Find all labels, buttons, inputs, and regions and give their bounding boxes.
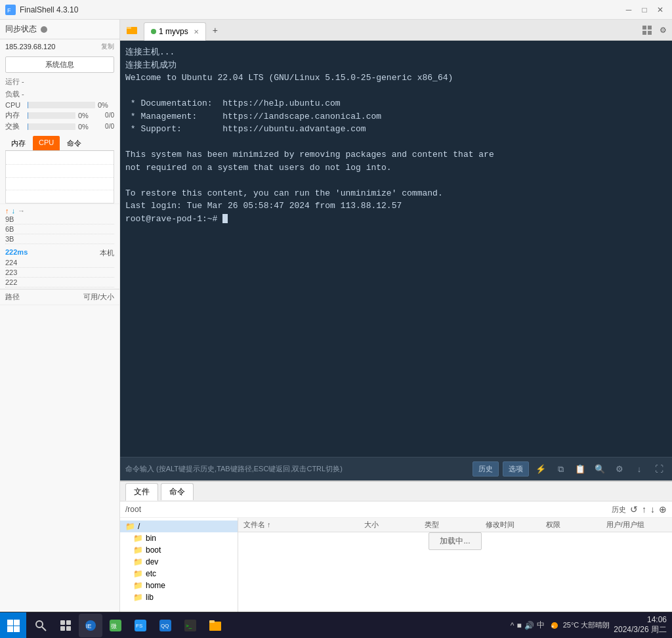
term-line-13: Last login: Tue Mar 26 05:58:47 2024 fro… [125,200,667,213]
folder-etc-icon: 📁 [133,569,143,578]
tree-item-etc[interactable]: 📁 etc [120,568,238,580]
tray-network-icon[interactable]: ■ [516,621,521,630]
taskbar-files-icon[interactable] [203,614,227,637]
date-display: 2024/3/26 周二 [614,624,667,635]
tree-item-dev-label: dev [146,557,158,566]
taskbar-wechat-icon[interactable]: 微 [104,614,127,637]
add-tab-button[interactable]: + [207,22,223,38]
command-hint[interactable]: 命令输入 (按ALT键提示历史,TAB键路径,ESC键返回,双击CTRL切换) [125,464,469,474]
taskbar: IE 微 FS QQ >_ ^ ■ 🔊 中 ☀ 25°C 大部晴朗 14:06 [0,612,672,638]
ip-address: 185.239.68.120 [5,43,55,51]
settings-tab-icon[interactable]: ⚙ [656,24,669,37]
svg-rect-9 [14,620,20,626]
tree-item-home[interactable]: 📁 home [120,580,238,591]
ip-row: 185.239.68.120 复制 [0,39,119,54]
paste-icon[interactable]: 📋 [572,461,588,477]
col-user: 用户/用户组 [606,520,667,530]
svg-rect-8 [7,620,13,626]
file-tab-command[interactable]: 命令 [161,483,194,500]
taskbar-taskview-icon[interactable] [54,614,77,637]
grid-view-icon[interactable] [640,24,654,37]
file-tree: 📁 / 📁 bin 📁 boot 📁 dev [120,518,238,612]
term-line-7: * Support: https://ubuntu.advantage.com [125,123,667,136]
time-info[interactable]: 14:06 2024/3/26 周二 [614,615,667,635]
net-line-3b: 3B [5,234,114,244]
tab-memory[interactable]: 内存 [5,136,32,150]
upload-file-icon[interactable]: ↑ [642,504,646,515]
sync-status: 同步状态 [5,24,114,35]
tab-cpu[interactable]: CPU [33,136,60,150]
close-button[interactable]: ✕ [654,3,667,16]
tree-item-lib[interactable]: 📁 lib [120,591,238,603]
tab-command[interactable]: 命令 [61,136,87,150]
tree-item-bin[interactable]: 📁 bin [120,532,238,544]
tray-icons: ^ ■ 🔊 中 [511,620,545,631]
sidebar: 同步状态 185.239.68.120 复制 系统信息 运行 - 负载 - CP… [0,20,120,612]
tree-item-root-label: / [138,522,140,531]
loading-button[interactable]: 加载中... [429,532,481,550]
folder-icon[interactable] [123,21,141,39]
copy-ip-button[interactable]: 复制 [101,42,114,51]
tree-item-root[interactable]: 📁 / [120,521,238,532]
file-table-header: 文件名 ↑ 大小 类型 修改时间 权限 用户/用户组 [238,518,672,532]
terminal-output[interactable]: 连接主机... 连接主机成功 Welcome to Ubuntu 22.04 L… [120,41,672,457]
disk-path-label: 路径 [5,292,60,302]
new-folder-icon[interactable]: ⊕ [659,504,667,515]
weather-text: 25°C 大部晴朗 [563,620,610,630]
file-tabs: 文件 命令 [120,482,672,501]
col-permissions: 权限 [546,520,606,530]
tree-item-boot[interactable]: 📁 boot [120,544,238,556]
tray-ime-icon[interactable]: 中 [537,620,545,631]
file-tab-files[interactable]: 文件 [125,483,158,501]
file-history-button[interactable]: 历史 [612,505,626,515]
svg-rect-28 [209,622,221,631]
tab-close-icon[interactable]: ✕ [194,28,199,35]
right-panel: 1 myvps ✕ + ⚙ 连接主机... 连接主机成功 Welcome to … [120,20,672,612]
options-button[interactable]: 选项 [503,461,529,477]
refresh-icon[interactable]: ↺ [630,504,638,515]
col-modified: 修改时间 [486,520,546,530]
tree-item-lib-label: lib [146,593,154,602]
file-content: 📁 / 📁 bin 📁 boot 📁 dev [120,518,672,612]
svg-text:FS: FS [136,623,142,629]
sys-info-button[interactable]: 系统信息 [5,56,114,73]
memory-extra: 0/0 [94,112,114,119]
taskbar-right: ^ ■ 🔊 中 ☀ 25°C 大部晴朗 14:06 2024/3/26 周二 [505,615,672,635]
copy-icon[interactable]: ⧉ [553,461,568,477]
run-label: 运行 - [0,75,119,88]
download-icon[interactable]: ↓ [631,461,647,477]
taskbar-terminal-icon[interactable]: >_ [178,614,202,637]
svg-text:☀: ☀ [551,624,555,629]
taskbar-browser-icon[interactable]: IE [79,614,102,637]
terminal-tab-1[interactable]: 1 myvps ✕ [144,22,206,41]
total-arrow-icon: → [18,207,25,215]
tab-status-dot [151,29,156,34]
disk-section: 路径 可用/大小 [0,289,119,305]
minimize-button[interactable]: ─ [622,3,635,16]
tree-item-dev[interactable]: 📁 dev [120,556,238,568]
svg-rect-14 [60,620,65,625]
upload-arrow-icon: ↑ [5,207,9,215]
fullscreen-icon[interactable]: ⛶ [651,461,667,477]
ping-values: 224 223 222 [5,258,114,287]
taskbar-app3-icon[interactable]: FS [129,614,152,637]
lightning-icon[interactable]: ⚡ [533,461,549,477]
taskbar-qq-icon[interactable]: QQ [154,614,177,637]
ping-222: 222 [5,278,114,287]
history-button[interactable]: 历史 [472,461,499,477]
svg-rect-4 [642,26,646,30]
maximize-button[interactable]: □ [638,3,651,16]
download-file-icon[interactable]: ↓ [650,504,655,515]
window-controls: ─ □ ✕ [622,3,667,16]
ping-section: 222ms 本机 224 223 222 [0,247,119,289]
taskbar-search-icon[interactable] [29,614,52,637]
weather-info: ☀ 25°C 大部晴朗 [549,620,610,631]
tray-volume-icon[interactable]: 🔊 [524,621,534,630]
net-values: 9B 6B 3B [5,215,114,244]
gear-icon[interactable]: ⚙ [612,461,627,477]
tray-expand-icon[interactable]: ^ [511,621,514,630]
cpu-bar [28,102,28,108]
search-icon[interactable]: 🔍 [592,461,608,477]
start-button[interactable] [0,612,26,639]
col-size: 大小 [364,520,425,530]
